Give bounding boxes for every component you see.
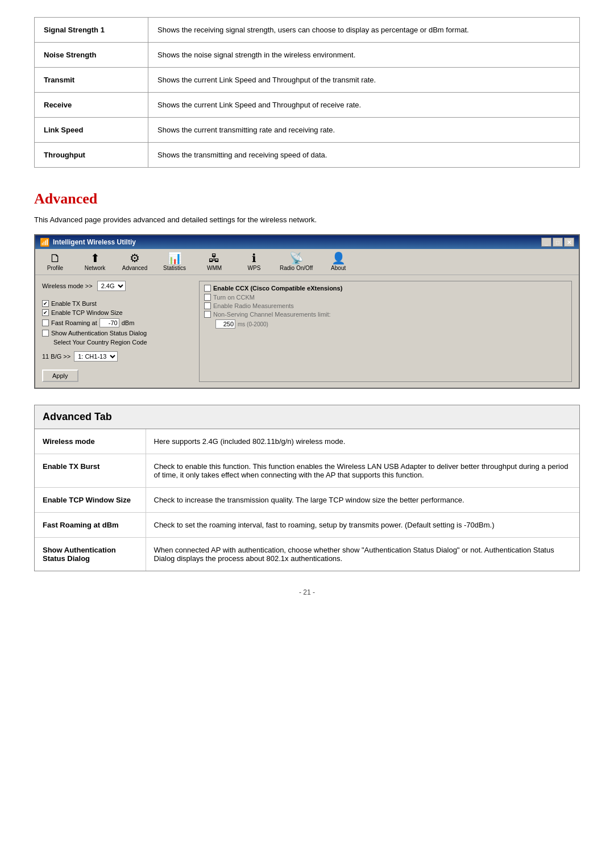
band-label: 11 B/G >>: [42, 353, 70, 360]
checkbox-tcp-window[interactable]: Enable TCP Window Size: [42, 309, 190, 316]
ccx-label: Enable CCX (Cisco Compatible eXtensions): [204, 285, 567, 292]
toolbar-label-advanced: Advanced: [122, 265, 147, 271]
adv-tab-box: Advanced Tab Wireless mode Here supports…: [34, 405, 580, 571]
toolbar-item-about[interactable]: 👤 About: [324, 252, 352, 271]
checkbox-fast-roaming-box[interactable]: [42, 319, 49, 326]
table-row: Throughput Shows the transmitting and re…: [35, 143, 580, 168]
row-label: Noise Strength: [35, 43, 148, 68]
adv-table-row: Wireless mode Here supports 2.4G (includ…: [35, 429, 579, 454]
table-row: Noise Strength Shows the noise signal st…: [35, 43, 580, 68]
toolbar-item-profile[interactable]: 🗋 Profile: [41, 252, 69, 271]
checkbox-country-label: Select Your Country Region Code: [53, 339, 147, 346]
app-titlebar: 📶 Intelligent Wireless Utiltiy _ □ ✕: [35, 235, 579, 249]
page-number: - 21 -: [34, 588, 580, 596]
ccx-item-3: Non-Serving Channel Measurements limit:: [204, 311, 567, 318]
app-body: Wireless mode >> 2.4G Enable TX Burst En…: [35, 275, 579, 388]
row-description: Shows the transmitting and receiving spe…: [148, 143, 580, 168]
close-button[interactable]: ✕: [564, 238, 574, 247]
toolbar-item-advanced[interactable]: ⚙ Advanced: [121, 252, 149, 271]
checkbox-tx-burst[interactable]: Enable TX Burst: [42, 300, 190, 307]
ms-input[interactable]: [215, 319, 235, 329]
adv-tab-header: Advanced Tab: [35, 405, 579, 429]
checkbox-auth-status-label: Show Authentication Status Dialog: [51, 330, 147, 337]
wireless-mode-row: Wireless mode >> 2.4G: [42, 281, 190, 291]
toolbar-icon-wps: ℹ: [252, 252, 256, 264]
row-description: Shows the current Link Speed and Through…: [148, 68, 580, 93]
toolbar-icon-wmm: 🖧: [209, 252, 220, 264]
wireless-mode-label: Wireless mode >>: [42, 283, 93, 289]
row-description: Shows the current Link Speed and Through…: [148, 93, 580, 118]
toolbar-label-about: About: [331, 265, 346, 271]
row-label: Transmit: [35, 68, 148, 93]
left-col: Wireless mode >> 2.4G Enable TX Burst En…: [42, 281, 190, 382]
row-description: Shows the receiving signal strength, use…: [148, 18, 580, 43]
toolbar-label-network: Network: [85, 265, 106, 271]
checkbox-tcp-window-box[interactable]: [42, 309, 49, 316]
row-description: Shows the current transmitting rate and …: [148, 118, 580, 143]
toolbar-item-radio on/off[interactable]: 📡 Radio On/Off: [280, 252, 313, 271]
ccx-cckm-checkbox[interactable]: [204, 294, 211, 301]
toolbar-item-wps[interactable]: ℹ WPS: [240, 252, 268, 271]
adv-row-label: Enable TX Burst: [35, 454, 146, 488]
adv-row-description: Check to increase the transmission quali…: [146, 488, 579, 513]
maximize-button[interactable]: □: [553, 238, 563, 247]
titlebar-controls: _ □ ✕: [541, 238, 574, 247]
row-label: Signal Strength 1: [35, 18, 148, 43]
checkbox-tx-burst-label: Enable TX Burst: [51, 300, 97, 307]
toolbar-label-profile: Profile: [47, 265, 63, 271]
toolbar-label-radio on/off: Radio On/Off: [280, 265, 313, 271]
checkbox-tcp-window-label: Enable TCP Window Size: [51, 309, 123, 316]
info-table: Signal Strength 1 Shows the receiving si…: [34, 17, 580, 168]
toolbar-label-wps: WPS: [248, 265, 261, 271]
advanced-description: This Advanced page provides advanced and…: [34, 215, 580, 224]
toolbar-label-wmm: WMM: [207, 265, 222, 271]
adv-row-description: Check to enable this function. This func…: [146, 454, 579, 488]
fast-roaming-unit: dBm: [122, 319, 135, 326]
toolbar-label-statistics: Statistics: [163, 265, 186, 271]
app-window: 📶 Intelligent Wireless Utiltiy _ □ ✕ 🗋 P…: [34, 234, 580, 389]
adv-row-description: Here supports 2.4G (included 802.11b/g/n…: [146, 429, 579, 454]
ccx-radio-checkbox[interactable]: [204, 302, 211, 309]
ccx-non-serving-checkbox[interactable]: [204, 311, 211, 318]
toolbar-icon-radio on/off: 📡: [289, 252, 304, 264]
ccx-checkbox[interactable]: [204, 285, 211, 292]
toolbar-icon-statistics: 📊: [168, 252, 182, 264]
checkbox-country[interactable]: Select Your Country Region Code: [53, 339, 190, 346]
ccx-item-1: Turn on CCKM: [204, 294, 567, 301]
table-row: Signal Strength 1 Shows the receiving si…: [35, 18, 580, 43]
toolbar-icon-advanced: ⚙: [130, 252, 140, 264]
toolbar-icon-about: 👤: [331, 252, 346, 264]
adv-row-label: Show Authentication Status Dialog: [35, 538, 146, 571]
minimize-button[interactable]: _: [541, 238, 551, 247]
checkbox-fast-roaming-label: Fast Roaming at: [51, 319, 97, 326]
checkbox-auth-status-box[interactable]: [42, 330, 49, 337]
checkbox-fast-roaming[interactable]: Fast Roaming at dBm: [42, 318, 190, 327]
adv-row-label: Enable TCP Window Size: [35, 488, 146, 513]
band-row: 11 B/G >> 1: CH1-13: [42, 351, 190, 362]
checkbox-auth-status[interactable]: Show Authentication Status Dialog: [42, 330, 190, 337]
toolbar-item-statistics[interactable]: 📊 Statistics: [160, 252, 189, 271]
adv-table-row: Enable TX Burst Check to enable this fun…: [35, 454, 579, 488]
row-description: Shows the noise signal strength in the w…: [148, 43, 580, 68]
band-select[interactable]: 1: CH1-13: [74, 351, 118, 362]
adv-tab-table: Wireless mode Here supports 2.4G (includ…: [35, 429, 579, 571]
ccx-item-2: Enable Radio Measurements: [204, 302, 567, 309]
table-row: Transmit Shows the current Link Speed an…: [35, 68, 580, 93]
row-label: Throughput: [35, 143, 148, 168]
row-label: Receive: [35, 93, 148, 118]
toolbar-item-wmm[interactable]: 🖧 WMM: [200, 252, 229, 271]
adv-table-row: Fast Roaming at dBm Check to set the roa…: [35, 513, 579, 538]
adv-table-row: Show Authentication Status Dialog When c…: [35, 538, 579, 571]
ms-label: ms (0-2000): [238, 321, 268, 327]
wireless-mode-select[interactable]: 2.4G: [97, 281, 126, 291]
titlebar-left: 📶 Intelligent Wireless Utiltiy: [40, 238, 136, 247]
checkbox-tx-burst-box[interactable]: [42, 300, 49, 307]
adv-table-row: Enable TCP Window Size Check to increase…: [35, 488, 579, 513]
app-icon: 📶: [40, 238, 49, 247]
adv-row-description: When connected AP with authentication, c…: [146, 538, 579, 571]
fast-roaming-input[interactable]: [99, 318, 119, 327]
apply-button[interactable]: Apply: [42, 369, 78, 382]
toolbar-icon-profile: 🗋: [49, 252, 61, 264]
table-row: Receive Shows the current Link Speed and…: [35, 93, 580, 118]
toolbar-item-network[interactable]: ⬆ Network: [81, 252, 109, 271]
